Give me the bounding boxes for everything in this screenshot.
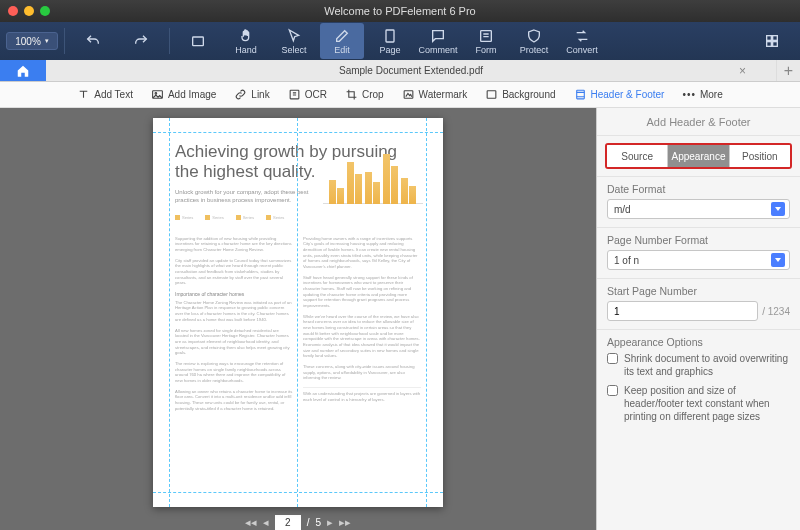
page-total: 5 xyxy=(316,517,322,528)
zoom-select[interactable]: 100%▾ xyxy=(6,32,58,50)
workspace: Achieving growth by pursuing the highest… xyxy=(0,108,800,530)
guide-line xyxy=(426,118,427,507)
text-icon xyxy=(77,88,90,101)
shrink-document-label: Shrink document to avoid overwriting its… xyxy=(624,352,790,378)
tab-source[interactable]: Source xyxy=(607,145,668,167)
ocr-button[interactable]: OCR xyxy=(284,86,331,103)
start-page-label: Start Page Number xyxy=(607,285,790,297)
svg-rect-1 xyxy=(386,30,394,42)
zoom-window-button[interactable] xyxy=(40,6,50,16)
tab-position[interactable]: Position xyxy=(730,145,790,167)
appearance-options-label: Appearance Options xyxy=(607,336,790,348)
toolbar-form-button[interactable]: Form xyxy=(464,23,508,59)
page-number-input[interactable] xyxy=(275,515,301,530)
page-lead: Unlock growth for your company, adopt th… xyxy=(175,189,310,205)
pdf-page: Achieving growth by pursuing the highest… xyxy=(153,118,443,507)
toolbar-protect-button[interactable]: Protect xyxy=(512,23,556,59)
keep-position-label: Keep position and size of header/footer … xyxy=(624,384,790,423)
add-text-button[interactable]: Add Text xyxy=(73,86,137,103)
panel-title: Add Header & Footer xyxy=(597,108,800,136)
svg-rect-3 xyxy=(767,36,772,41)
date-format-select[interactable]: m/d xyxy=(607,199,790,219)
watermark-button[interactable]: Watermark xyxy=(398,86,472,103)
more-button[interactable]: •••More xyxy=(678,87,726,102)
start-page-section: Start Page Number / 1234 xyxy=(597,278,800,329)
svg-rect-6 xyxy=(773,42,778,47)
page-number-format-label: Page Number Format xyxy=(607,234,790,246)
crop-button[interactable]: Crop xyxy=(341,86,388,103)
first-page-button[interactable]: ◂◂ xyxy=(245,516,257,529)
image-icon xyxy=(151,88,164,101)
page-chart xyxy=(323,144,423,216)
chevron-down-icon xyxy=(771,253,785,267)
svg-rect-4 xyxy=(773,36,778,41)
page-number-format-section: Page Number Format 1 of n xyxy=(597,227,800,278)
toolbar-page-button[interactable]: Page xyxy=(368,23,412,59)
page-navigator: ◂◂ ◂ / 5 ▸ ▸▸ xyxy=(245,515,351,530)
add-image-button[interactable]: Add Image xyxy=(147,86,220,103)
svg-rect-12 xyxy=(576,90,584,99)
toolbar-select-button[interactable]: Select xyxy=(272,23,316,59)
svg-rect-0 xyxy=(193,37,204,46)
link-icon xyxy=(234,88,247,101)
home-tab[interactable] xyxy=(0,60,46,81)
header-footer-button[interactable]: Header & Footer xyxy=(570,86,669,103)
svg-rect-11 xyxy=(487,91,496,99)
chevron-down-icon xyxy=(771,202,785,216)
main-toolbar: 100%▾ Hand Select Edit Page Comment Form… xyxy=(0,22,800,60)
edit-subtoolbar: Add Text Add Image Link OCR Crop Waterma… xyxy=(0,82,800,108)
svg-rect-5 xyxy=(767,42,772,47)
crop-icon xyxy=(345,88,358,101)
toolbar-comment-button[interactable]: Comment xyxy=(416,23,460,59)
close-window-button[interactable] xyxy=(8,6,18,16)
page-sep: / xyxy=(307,517,310,528)
guide-line xyxy=(153,492,443,493)
toolbar-batch-button[interactable] xyxy=(750,23,794,59)
home-icon xyxy=(16,64,30,78)
shrink-document-checkbox[interactable] xyxy=(607,353,618,364)
toolbar-hand-button[interactable]: Hand xyxy=(224,23,268,59)
window-title: Welcome to PDFelement 6 Pro xyxy=(324,5,475,17)
guide-line xyxy=(153,132,443,133)
toolbar-edit-button[interactable]: Edit xyxy=(320,23,364,59)
background-button[interactable]: Background xyxy=(481,86,559,103)
more-icon: ••• xyxy=(682,89,696,100)
tab-appearance[interactable]: Appearance xyxy=(668,145,729,167)
svg-point-8 xyxy=(155,93,157,95)
start-page-input[interactable] xyxy=(607,301,758,321)
start-page-hint: / 1234 xyxy=(762,306,790,317)
toolbar-convert-button[interactable]: Convert xyxy=(560,23,604,59)
toolbar-open-button[interactable] xyxy=(176,23,220,59)
appearance-options-section: Appearance Options Shrink document to av… xyxy=(597,329,800,437)
ocr-icon xyxy=(288,88,301,101)
panel-tab-segment: Source Appearance Position xyxy=(605,143,792,169)
add-tab-button[interactable]: + xyxy=(776,60,800,81)
link-button[interactable]: Link xyxy=(230,86,273,103)
watermark-icon xyxy=(402,88,415,101)
last-page-button[interactable]: ▸▸ xyxy=(339,516,351,529)
document-tab-title: Sample Document Extended.pdf xyxy=(339,65,483,76)
document-canvas[interactable]: Achieving growth by pursuing the highest… xyxy=(0,108,596,530)
minimize-window-button[interactable] xyxy=(24,6,34,16)
prev-page-button[interactable]: ◂ xyxy=(263,516,269,529)
background-icon xyxy=(485,88,498,101)
header-footer-icon xyxy=(574,88,587,101)
date-format-label: Date Format xyxy=(607,183,790,195)
date-format-section: Date Format m/d xyxy=(597,176,800,227)
document-tab[interactable]: Sample Document Extended.pdf × xyxy=(46,60,776,81)
guide-line xyxy=(297,118,298,507)
window-titlebar: Welcome to PDFelement 6 Pro xyxy=(0,0,800,22)
page-number-format-select[interactable]: 1 of n xyxy=(607,250,790,270)
window-controls xyxy=(8,6,50,16)
page-body: Supporting the addition of new housing w… xyxy=(175,236,421,417)
close-tab-button[interactable]: × xyxy=(739,64,746,78)
next-page-button[interactable]: ▸ xyxy=(327,516,333,529)
toolbar-undo-button[interactable] xyxy=(71,23,115,59)
document-tabbar: Sample Document Extended.pdf × + xyxy=(0,60,800,82)
guide-line xyxy=(169,118,170,507)
keep-position-checkbox[interactable] xyxy=(607,385,618,396)
header-footer-panel: Add Header & Footer Source Appearance Po… xyxy=(596,108,800,530)
toolbar-redo-button[interactable] xyxy=(119,23,163,59)
